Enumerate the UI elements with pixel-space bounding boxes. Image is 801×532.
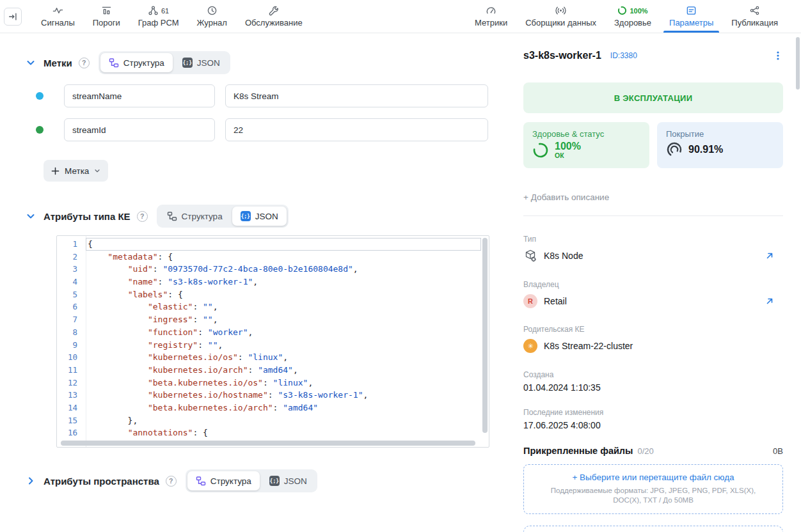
dropzone-title: + Выберите или перетащите файл сюда (542, 473, 765, 482)
tab-label: Здоровье (614, 18, 651, 27)
cluster-icon: ✳ (523, 339, 537, 353)
tab-label: Сборщики данных (525, 18, 596, 27)
health-ring-icon (617, 6, 627, 15)
divider (523, 215, 783, 216)
label-value-input[interactable] (225, 84, 488, 107)
label-value-input[interactable] (225, 118, 488, 141)
structure-icon (167, 211, 177, 221)
chevron-down-small-icon (94, 168, 100, 174)
add-label-text: Метка (65, 166, 89, 176)
help-icon[interactable]: ? (166, 476, 177, 487)
parent-field-label: Родительская КЕ (523, 325, 783, 334)
code-line: 11 "kubernetes.io/arch": "amd64", (57, 364, 481, 377)
code-line: 4 "name": "s3-k8s-worker-1", (57, 276, 481, 288)
add-description-link[interactable]: + Добавить описание (523, 192, 783, 202)
created-field-label: Создана (523, 370, 783, 379)
tab-parameters[interactable]: Параметры (660, 0, 722, 33)
top-navigation: Сигналы Пороги 61 Граф РСМ Журнал (0, 0, 801, 33)
type-attrs-section-header: Атрибуты типа КЕ ? Структура {;} JSON (26, 205, 507, 228)
code-line: 8 "function": "worker", (57, 326, 481, 339)
tab-metrics[interactable]: Метрики (466, 0, 516, 33)
structure-icon (196, 476, 206, 486)
chevron-right-icon[interactable] (26, 476, 36, 486)
tab-maintenance[interactable]: Обслуживание (236, 0, 312, 33)
next-dropzone-edge (523, 526, 783, 532)
add-label-button[interactable]: Метка (44, 160, 108, 182)
type-attrs-structure-toggle[interactable]: Структура (159, 207, 231, 226)
structure-label: Структура (182, 212, 223, 221)
tab-publication[interactable]: Публикация (722, 0, 787, 33)
chevron-down-icon[interactable] (26, 211, 36, 221)
json-label: JSON (197, 58, 220, 68)
code-line: 5 "labels": { (57, 288, 481, 301)
tab-data-collectors[interactable]: Сборщики данных (516, 0, 605, 33)
space-attrs-section-title: Атрибуты пространства (44, 476, 159, 487)
collapse-sidebar-button[interactable] (4, 8, 22, 26)
attached-files-size: 0B (773, 446, 783, 456)
coverage-value: 90.91% (688, 144, 723, 155)
type-attrs-json-toggle[interactable]: {;} JSON (232, 207, 287, 226)
chevron-down-icon[interactable] (26, 58, 36, 68)
json-code-editor[interactable]: 1{2 "metadata": {3 "uid": "0973570d-77c2… (56, 235, 489, 448)
details-panel: s3-k8s-worker-1 ID:3380 В ЭКСПЛУАТАЦИИ З… (507, 33, 796, 532)
label-key-input[interactable] (64, 118, 215, 141)
tab-thresholds[interactable]: Пороги (84, 0, 129, 33)
tab-health[interactable]: 100% Здоровье (605, 0, 660, 33)
type-field-label: Тип (523, 235, 783, 244)
parent-value: K8s Stream-22-cluster (544, 341, 633, 351)
editor-vertical-scrollbar[interactable] (482, 238, 488, 433)
coverage-card-title: Покрытие (666, 129, 774, 139)
topbar-spacer (312, 0, 466, 33)
antenna-icon (555, 5, 566, 16)
json-label: JSON (284, 476, 307, 486)
clock-icon (207, 5, 218, 16)
file-dropzone[interactable]: + Выберите или перетащите файл сюда Подд… (523, 464, 783, 514)
attached-files-row: Прикрепленные файлы 0/20 0B (523, 446, 783, 456)
parent-field-row: ✳ K8s Stream-22-cluster (523, 338, 783, 354)
help-icon[interactable]: ? (137, 211, 148, 222)
main-content: Метки ? Структура {;} JSON Метка (0, 33, 507, 532)
tab-signals[interactable]: Сигналы (32, 0, 84, 33)
wrench-icon (268, 5, 279, 16)
page-scrollbar-thumb[interactable] (796, 37, 800, 90)
space-attrs-structure-toggle[interactable]: Структура (187, 471, 260, 490)
health-percentage: 100% (630, 7, 647, 15)
label-color-dot[interactable] (36, 92, 44, 100)
structure-icon (109, 58, 119, 68)
labels-structure-toggle[interactable]: Структура (100, 53, 173, 72)
code-line: 7 "ingress": "", (57, 313, 481, 326)
coverage-gauge-icon (666, 141, 683, 158)
tab-journal[interactable]: Журнал (187, 0, 235, 33)
space-attrs-section-header: Атрибуты пространства ? Структура {;} JS… (26, 469, 507, 492)
tabs-left-group: Сигналы Пороги 61 Граф РСМ Журнал (32, 0, 312, 33)
status-cards: Здоровье & статус 100% ОК Покрытие 90.91… (523, 122, 783, 168)
labels-json-toggle[interactable]: {;} JSON (174, 53, 228, 72)
tab-label: Обслуживание (245, 18, 303, 27)
owner-value: Retail (544, 296, 567, 306)
tab-rsm-graph[interactable]: 61 Граф РСМ (129, 0, 188, 33)
json-label: JSON (255, 212, 278, 221)
expand-panel-icon (8, 12, 18, 22)
status-banner[interactable]: В ЭКСПЛУАТАЦИИ (523, 82, 783, 113)
type-attrs-view-toggle: Структура {;} JSON (157, 205, 289, 228)
health-status-card: Здоровье & статус 100% ОК (523, 122, 649, 168)
ci-id-badge: ID:3380 (610, 51, 637, 60)
kebab-menu-icon[interactable] (773, 51, 783, 61)
structure-label: Структура (123, 58, 164, 68)
json-icon: {;} (269, 476, 280, 486)
tab-label: Метрики (475, 18, 507, 27)
code-line: 1{ (57, 238, 481, 251)
health-value: 100% (555, 141, 581, 152)
code-line: 12 "beta.kubernetes.io/os": "linux", (57, 377, 481, 389)
code-line: 13 "kubernetes.io/hostname": "s3-k8s-wor… (57, 389, 481, 402)
label-key-input[interactable] (64, 84, 215, 107)
external-link-icon[interactable] (765, 297, 774, 306)
code-line: 6 "elastic": "", (57, 301, 481, 313)
external-link-icon[interactable] (765, 251, 774, 260)
help-icon[interactable]: ? (79, 58, 90, 68)
editor-horizontal-scrollbar[interactable] (61, 441, 475, 446)
space-attrs-json-toggle[interactable]: {;} JSON (261, 471, 315, 490)
tab-label: Пороги (93, 18, 120, 27)
plus-icon (51, 167, 59, 175)
label-color-dot[interactable] (36, 126, 44, 134)
